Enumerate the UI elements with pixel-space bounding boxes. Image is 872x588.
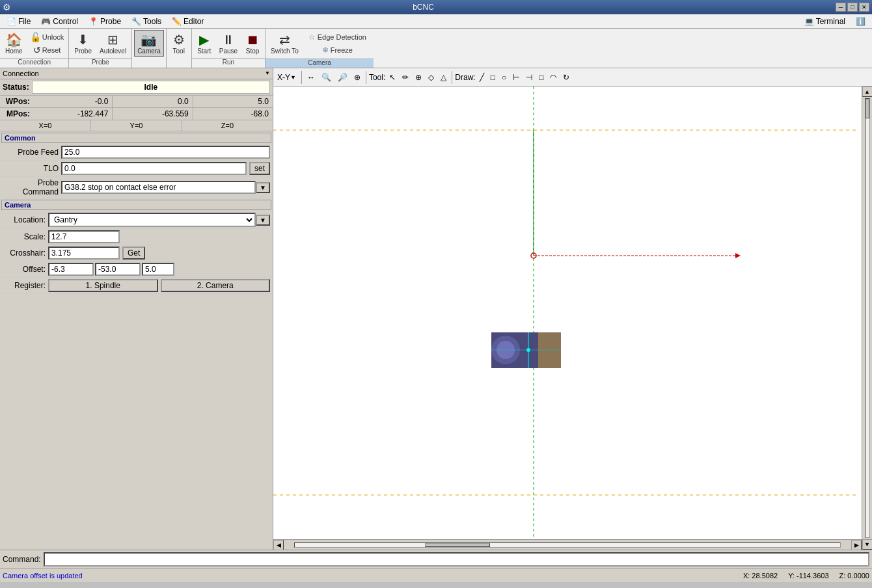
h-scroll-track[interactable] xyxy=(294,542,841,548)
reset-button[interactable]: ↺ Reset xyxy=(27,44,67,57)
app-icon: ⚙ xyxy=(3,2,11,12)
crosshair-row: Crosshair: Get xyxy=(0,245,273,261)
tool-label: Tool xyxy=(173,47,185,55)
switch-to-button[interactable]: ⇄ Switch To xyxy=(267,30,302,57)
run-icons: ▶ Start ⏸ Pause ⏹ Stop xyxy=(192,29,265,58)
v-scroll-up-arrow[interactable]: ▲ xyxy=(862,87,873,97)
register-spindle-button[interactable]: 1. Spindle xyxy=(48,279,158,292)
menu-probe[interactable]: 📍 Probe xyxy=(83,16,126,27)
camera-label: Camera xyxy=(137,47,161,55)
get-button[interactable]: Get xyxy=(122,247,145,260)
edit-tool-button[interactable]: ✏ xyxy=(400,72,411,83)
home-button[interactable]: 🏠 Home xyxy=(2,30,26,57)
menu-bar: 📄 File 🎮 Control 📍 Probe 🔧 Tools ✏️ Edit… xyxy=(0,14,872,29)
draw-rect-button[interactable]: □ xyxy=(488,72,498,83)
crosshair-input[interactable] xyxy=(48,247,120,260)
probe-command-dropdown[interactable]: ▼ xyxy=(256,182,270,193)
canvas-area[interactable] xyxy=(273,87,862,539)
h-scroll-left-arrow[interactable]: ◀ xyxy=(273,540,284,550)
probe-feed-input[interactable] xyxy=(61,146,270,159)
location-dropdown[interactable]: ▼ xyxy=(256,215,270,226)
common-section-header: Common xyxy=(1,133,271,143)
draw-freehand-button[interactable]: ↻ xyxy=(560,72,572,83)
offset-x-input[interactable] xyxy=(48,263,94,276)
draw-poly-button[interactable]: ⊢ xyxy=(510,72,522,83)
connection-group-label[interactable]: Connection xyxy=(0,68,273,79)
offset-y-input[interactable] xyxy=(95,263,141,276)
menu-info[interactable]: ℹ️ xyxy=(851,16,871,27)
view-xy-dropdown: ▼ xyxy=(290,74,296,81)
start-label: Start xyxy=(197,47,211,55)
v-scroll-down-arrow[interactable]: ▼ xyxy=(862,539,873,550)
menu-editor[interactable]: ✏️ Editor xyxy=(167,16,209,27)
stop-button[interactable]: ⏹ Stop xyxy=(242,31,263,57)
h-scroll-right-arrow[interactable]: ▶ xyxy=(851,540,862,550)
start-button[interactable]: ▶ Start xyxy=(194,30,215,57)
close-button[interactable]: ✕ xyxy=(859,3,869,12)
menu-control[interactable]: 🎮 Control xyxy=(36,16,83,27)
right-panel: X-Y ▼ ↔ 🔍 🔎 ⊕ Tool: ↖ ✏ ⊕ ◇ △ Draw: ╱ □ … xyxy=(273,68,872,550)
fit-button[interactable]: ⊕ xyxy=(351,72,363,83)
angle-tool-button[interactable]: △ xyxy=(438,72,449,83)
draw-line-button[interactable]: ╱ xyxy=(477,72,487,83)
star-icon: ☆ xyxy=(308,33,316,42)
command-input[interactable] xyxy=(44,552,869,567)
switch-camera-group: ⇄ Switch To ☆ Edge Detection ❄ Freeze Ca… xyxy=(266,29,374,68)
view-xy-button[interactable]: X-Y ▼ xyxy=(275,72,299,83)
draw-circle-icon: ○ xyxy=(502,73,506,82)
menu-editor-label: Editor xyxy=(184,17,204,26)
v-scroll-track[interactable] xyxy=(865,98,870,538)
view-xy-label: X-Y xyxy=(277,73,290,82)
menu-terminal[interactable]: 💻 Terminal xyxy=(799,16,851,27)
mpos-y: -63.559 xyxy=(113,108,193,120)
tools-icon: 🔧 xyxy=(131,17,141,26)
select-tool-button[interactable]: ↖ xyxy=(387,72,398,83)
z-coordinate: Z: 0.0000 xyxy=(839,572,869,580)
z-zero-button[interactable]: Z=0 xyxy=(182,120,273,131)
switch-camera-icons: ⇄ Switch To ☆ Edge Detection ❄ Freeze xyxy=(266,29,374,59)
pause-button[interactable]: ⏸ Pause xyxy=(216,31,241,57)
draw-arc-button[interactable]: ◠ xyxy=(547,72,559,83)
draw-path-button[interactable]: ⊣ xyxy=(523,72,535,83)
draw-text-button[interactable]: □ xyxy=(536,72,546,83)
zero-row: X=0 Y=0 Z=0 xyxy=(0,120,273,131)
tool-label-text: Tool: xyxy=(369,73,385,82)
menu-file[interactable]: 📄 File xyxy=(1,16,36,27)
zoom-out-button[interactable]: 🔍 xyxy=(319,72,334,83)
v-scroll-thumb[interactable] xyxy=(865,99,869,118)
menu-tools[interactable]: 🔧 Tools xyxy=(126,16,167,27)
unlock-button[interactable]: 🔓 Unlock xyxy=(27,31,67,44)
edge-detection-button[interactable]: ☆ Edge Detection xyxy=(306,31,369,43)
location-select[interactable]: Gantry xyxy=(48,213,256,227)
title-bar-left: ⚙ xyxy=(3,2,11,12)
camera-button[interactable]: 📷 Camera xyxy=(134,30,164,57)
autolevel-button[interactable]: ⊞ Autolevel xyxy=(96,30,129,57)
minimize-button[interactable]: ─ xyxy=(836,3,846,12)
zoom-in-button[interactable]: 🔎 xyxy=(335,72,350,83)
probe-label: Probe xyxy=(74,47,92,55)
tlo-input[interactable] xyxy=(61,162,247,175)
tool-button[interactable]: ⚙ Tool xyxy=(169,30,189,57)
y-zero-button[interactable]: Y=0 xyxy=(91,120,182,131)
register-camera-button[interactable]: 2. Camera xyxy=(161,279,271,292)
maximize-button[interactable]: □ xyxy=(847,3,858,12)
x-zero-button[interactable]: X=0 xyxy=(0,120,91,131)
mpos-x: -182.447 xyxy=(33,108,113,120)
measure-tool-button[interactable]: ◇ xyxy=(426,72,437,83)
freeze-button[interactable]: ❄ Freeze xyxy=(306,44,369,56)
probe-button[interactable]: ⬇ Probe xyxy=(71,30,95,57)
control-icon: 🎮 xyxy=(41,17,51,26)
offset-z-input[interactable] xyxy=(142,263,174,276)
draw-circle-button[interactable]: ○ xyxy=(499,72,509,83)
wpos-label: WPos: xyxy=(0,96,33,107)
tool-icon: ⚙ xyxy=(173,32,185,47)
set-button[interactable]: set xyxy=(249,162,270,175)
probe-command-input[interactable] xyxy=(61,181,256,194)
scale-input[interactable] xyxy=(48,230,120,243)
pan-button[interactable]: ↔ xyxy=(305,72,318,83)
info-icon: ℹ️ xyxy=(856,17,865,26)
crosshair-tool-button[interactable]: ⊕ xyxy=(413,72,424,83)
wpos-y: 0.0 xyxy=(113,96,193,107)
cursor-icon: ↖ xyxy=(389,73,396,82)
h-scroll-thumb[interactable] xyxy=(425,543,490,547)
